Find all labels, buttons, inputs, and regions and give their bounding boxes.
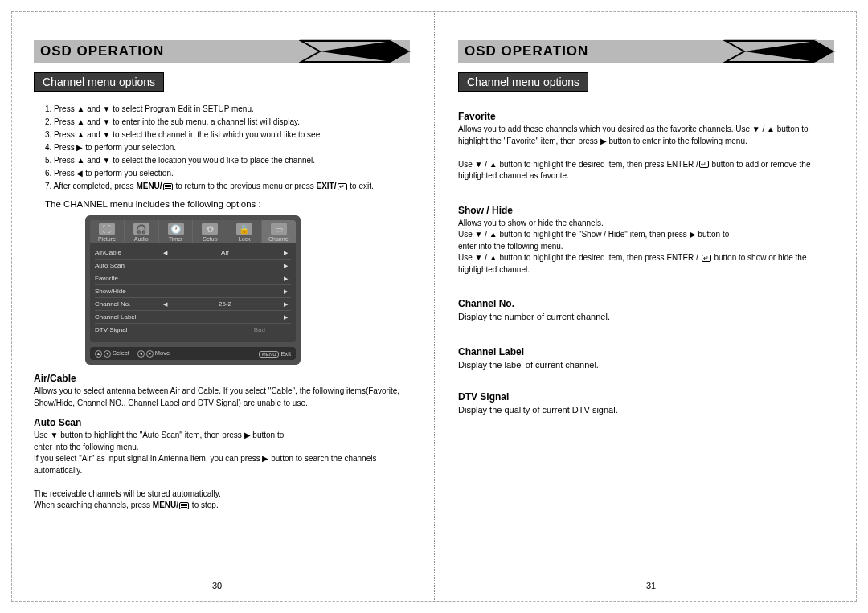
- footer-move: ◂▸Move: [137, 349, 170, 358]
- page-right: OSD OPERATION Channel menu options Favor…: [434, 0, 868, 613]
- osd-tab-picture: ⛶Picture: [90, 220, 124, 243]
- osd-tabs: ⛶Picture 🎧Audio 🕐Timer ✿Setup 🔒Lock ▭Cha…: [90, 220, 296, 243]
- header-arrow-icon: [299, 39, 411, 63]
- section-body: Display the label of current channel.: [458, 359, 834, 372]
- menu-icon: [163, 183, 173, 190]
- step-item: 4. Press ▶ to perform your selection.: [45, 141, 410, 154]
- osd-row: Favorite▶: [95, 272, 291, 285]
- osd-tab-lock: 🔒Lock: [227, 220, 261, 243]
- page-number: 31: [434, 581, 868, 591]
- osd-row: Channel Label▶: [95, 311, 291, 324]
- header-arrow-icon: [723, 39, 836, 63]
- menu-icon: [179, 502, 189, 509]
- osd-tab-setup: ✿Setup: [193, 220, 227, 243]
- osd-row: Show/Hide▶: [95, 285, 291, 298]
- osd-tab-channel: ▭Channel: [262, 220, 296, 243]
- audio-icon: 🎧: [133, 223, 149, 235]
- section-body: Display the quality of current DTV signa…: [458, 404, 834, 417]
- osd-row: Air/Cable◀Air▶: [95, 247, 291, 260]
- section-body: Allows you to show or hide the channels.…: [458, 218, 834, 276]
- section-heading-channelno: Channel No.: [458, 298, 834, 309]
- section-body: Allows you to add these channels which y…: [458, 124, 834, 182]
- input-icon: [338, 183, 347, 190]
- step-item: 2. Press ▲ and ▼ to enter into the sub m…: [45, 116, 410, 129]
- page-number: 30: [0, 581, 434, 591]
- section-heading-channellabel: Channel Label: [458, 346, 834, 358]
- page-left: OSD OPERATION Channel menu options 1. Pr…: [0, 0, 434, 613]
- channel-icon: ▭: [271, 223, 287, 235]
- section-body: Display the number of current channel.: [458, 311, 834, 324]
- header-title: OSD OPERATION: [465, 43, 588, 59]
- section-heading-favorite: Favorite: [458, 111, 834, 122]
- timer-icon: 🕐: [168, 223, 184, 235]
- setup-icon: ✿: [202, 223, 218, 235]
- section-heading-autoscan: Auto Scan: [34, 417, 410, 428]
- footer-select: ▴▾Select: [95, 349, 129, 358]
- input-icon: [702, 255, 711, 262]
- header-title: OSD OPERATION: [40, 43, 164, 59]
- osd-row: Auto Scan▶: [95, 260, 291, 272]
- footer-exit: MENUExit: [259, 350, 291, 358]
- step-item: 3. Press ▲ and ▼ to select the channel i…: [45, 129, 410, 141]
- osd-row: Channel No.◀26-2▶: [95, 298, 291, 311]
- section-heading-showhide: Show / Hide: [458, 205, 834, 216]
- header-bar: OSD OPERATION: [34, 40, 410, 63]
- osd-panel: ⛶Picture 🎧Audio 🕐Timer ✿Setup 🔒Lock ▭Cha…: [85, 215, 301, 365]
- osd-body: Air/Cable◀Air▶ Auto Scan▶ Favorite▶ Show…: [90, 243, 296, 342]
- header-bar: OSD OPERATION: [458, 40, 834, 63]
- step-item: 5. Press ▲ and ▼ to select the location …: [45, 154, 410, 167]
- step-list: 1. Press ▲ and ▼ to select Program Edit …: [45, 103, 410, 193]
- intro-text: The CHANNEL menu includes the following …: [45, 199, 410, 209]
- osd-row: DTV SignalBad: [95, 324, 291, 336]
- step-item: 6. Press ◀ to perform you selection.: [45, 167, 410, 180]
- section-body: Allows you to select antenna between Air…: [34, 386, 410, 409]
- section-body: Use ▼ button to highlight the "Auto Scan…: [34, 430, 410, 512]
- input-icon: [699, 161, 709, 168]
- osd-footer: ▴▾Select ◂▸Move MENUExit: [90, 347, 296, 360]
- section-heading-aircable: Air/Cable: [34, 373, 410, 384]
- subheader: Channel menu options: [458, 72, 588, 92]
- osd-tab-audio: 🎧Audio: [125, 220, 158, 243]
- subheader: Channel menu options: [34, 72, 164, 92]
- page-spread: OSD OPERATION Channel menu options 1. Pr…: [0, 0, 868, 613]
- step-item: 1. Press ▲ and ▼ to select Program Edit …: [45, 103, 410, 116]
- lock-icon: 🔒: [236, 223, 252, 235]
- osd-tab-timer: 🕐Timer: [159, 220, 193, 243]
- section-heading-dtvsignal: DTV Signal: [458, 391, 834, 403]
- picture-icon: ⛶: [99, 223, 115, 235]
- step-item: 7. After completed, press MENU/ to retur…: [45, 180, 410, 193]
